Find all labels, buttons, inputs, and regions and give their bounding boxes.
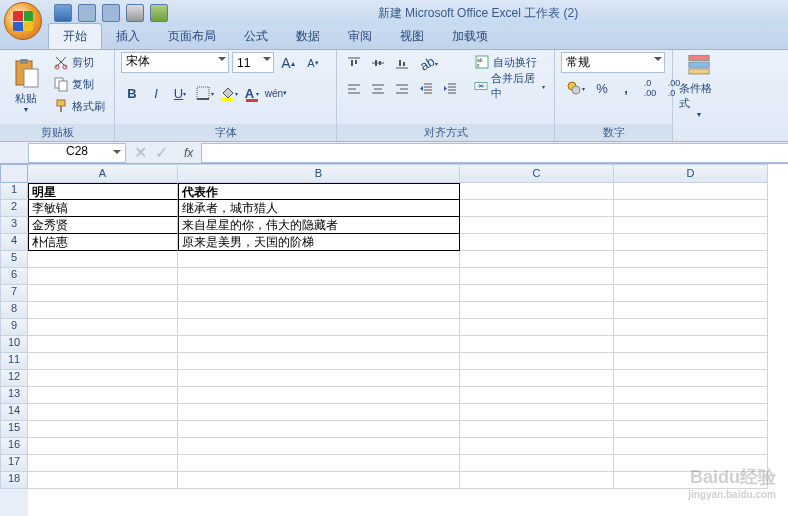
cell[interactable] xyxy=(460,251,614,268)
formula-input[interactable] xyxy=(201,143,788,163)
cell[interactable] xyxy=(28,455,178,472)
tab-formulas[interactable]: 公式 xyxy=(230,24,282,49)
column-header-D[interactable]: D xyxy=(614,164,768,183)
increase-decimal-button[interactable]: .0.00 xyxy=(639,77,661,99)
name-box[interactable]: C28 xyxy=(28,143,126,163)
cell[interactable]: 朴信惠 xyxy=(28,234,178,251)
cell[interactable] xyxy=(614,370,768,387)
row-header-16[interactable]: 16 xyxy=(0,438,28,455)
cell[interactable] xyxy=(28,319,178,336)
cell[interactable] xyxy=(614,200,768,217)
cell[interactable] xyxy=(460,319,614,336)
row-header-13[interactable]: 13 xyxy=(0,387,28,404)
cell[interactable]: 李敏镐 xyxy=(28,200,178,217)
row-header-5[interactable]: 5 xyxy=(0,251,28,268)
cell[interactable] xyxy=(178,336,460,353)
column-header-C[interactable]: C xyxy=(460,164,614,183)
cell[interactable] xyxy=(178,387,460,404)
format-painter-button[interactable]: 格式刷 xyxy=(50,96,108,116)
merge-center-button[interactable]: 合并后居中▾ xyxy=(471,76,548,96)
cell[interactable] xyxy=(178,370,460,387)
redo-icon[interactable] xyxy=(102,4,120,22)
cell[interactable] xyxy=(28,302,178,319)
row-header-6[interactable]: 6 xyxy=(0,268,28,285)
print-icon[interactable] xyxy=(126,4,144,22)
cell[interactable] xyxy=(178,455,460,472)
cell[interactable] xyxy=(614,251,768,268)
cell[interactable] xyxy=(460,217,614,234)
row-header-12[interactable]: 12 xyxy=(0,370,28,387)
align-left-button[interactable] xyxy=(343,78,365,100)
cell[interactable] xyxy=(28,387,178,404)
column-header-B[interactable]: B xyxy=(178,164,460,183)
cell[interactable] xyxy=(178,268,460,285)
cell[interactable] xyxy=(460,455,614,472)
font-size-select[interactable]: 11 xyxy=(232,52,274,73)
tab-data[interactable]: 数据 xyxy=(282,24,334,49)
shrink-font-button[interactable]: A▾ xyxy=(302,52,324,74)
save-icon[interactable] xyxy=(54,4,72,22)
row-header-11[interactable]: 11 xyxy=(0,353,28,370)
cell[interactable] xyxy=(614,234,768,251)
undo-icon[interactable] xyxy=(78,4,96,22)
select-all-corner[interactable] xyxy=(0,164,28,183)
cell[interactable] xyxy=(28,472,178,489)
cell[interactable] xyxy=(28,438,178,455)
cell[interactable] xyxy=(460,370,614,387)
cut-button[interactable]: 剪切 xyxy=(50,52,108,72)
row-header-9[interactable]: 9 xyxy=(0,319,28,336)
align-top-button[interactable] xyxy=(343,52,365,74)
row-header-17[interactable]: 17 xyxy=(0,455,28,472)
increase-indent-button[interactable] xyxy=(439,78,461,100)
underline-button[interactable]: U▾ xyxy=(169,82,191,104)
cell[interactable] xyxy=(614,353,768,370)
cell[interactable] xyxy=(614,302,768,319)
align-center-button[interactable] xyxy=(367,78,389,100)
cell[interactable] xyxy=(614,404,768,421)
cell[interactable] xyxy=(460,183,614,200)
cell[interactable] xyxy=(460,200,614,217)
cell[interactable] xyxy=(28,370,178,387)
cell[interactable] xyxy=(614,268,768,285)
font-family-select[interactable]: 宋体 xyxy=(121,52,229,73)
cell[interactable] xyxy=(614,285,768,302)
tab-layout[interactable]: 页面布局 xyxy=(154,24,230,49)
cell[interactable] xyxy=(28,251,178,268)
cell[interactable] xyxy=(460,404,614,421)
align-right-button[interactable] xyxy=(391,78,413,100)
fx-icon[interactable]: fx xyxy=(184,146,193,160)
cell[interactable] xyxy=(614,217,768,234)
align-bottom-button[interactable] xyxy=(391,52,413,74)
cell[interactable]: 明星 xyxy=(28,183,178,200)
cell-grid[interactable]: 明星代表作李敏镐继承者，城市猎人金秀贤来自星星的你，伟大的隐藏者朴信惠原来是美男… xyxy=(28,183,788,489)
row-header-7[interactable]: 7 xyxy=(0,285,28,302)
italic-button[interactable]: I xyxy=(145,82,167,104)
cell[interactable] xyxy=(28,336,178,353)
cell[interactable] xyxy=(178,472,460,489)
cell[interactable] xyxy=(28,353,178,370)
cell[interactable] xyxy=(460,302,614,319)
copy-button[interactable]: 复制 xyxy=(50,74,108,94)
cell[interactable] xyxy=(614,319,768,336)
orientation-button[interactable]: ab▾ xyxy=(415,52,443,74)
cell[interactable] xyxy=(178,285,460,302)
grow-font-button[interactable]: A▴ xyxy=(277,52,299,74)
cell[interactable] xyxy=(460,234,614,251)
font-color-button[interactable]: A▾ xyxy=(241,82,263,104)
align-middle-button[interactable] xyxy=(367,52,389,74)
number-format-select[interactable]: 常规 xyxy=(561,52,665,73)
tab-home[interactable]: 开始 xyxy=(48,23,102,49)
cell[interactable] xyxy=(460,336,614,353)
cell[interactable] xyxy=(178,251,460,268)
tab-insert[interactable]: 插入 xyxy=(102,24,154,49)
row-header-2[interactable]: 2 xyxy=(0,200,28,217)
cell[interactable] xyxy=(178,319,460,336)
cell[interactable] xyxy=(28,285,178,302)
row-header-15[interactable]: 15 xyxy=(0,421,28,438)
cell[interactable] xyxy=(614,183,768,200)
row-header-10[interactable]: 10 xyxy=(0,336,28,353)
cell[interactable] xyxy=(614,387,768,404)
cell[interactable] xyxy=(28,268,178,285)
cell[interactable] xyxy=(178,421,460,438)
currency-button[interactable]: ▾ xyxy=(561,77,589,99)
